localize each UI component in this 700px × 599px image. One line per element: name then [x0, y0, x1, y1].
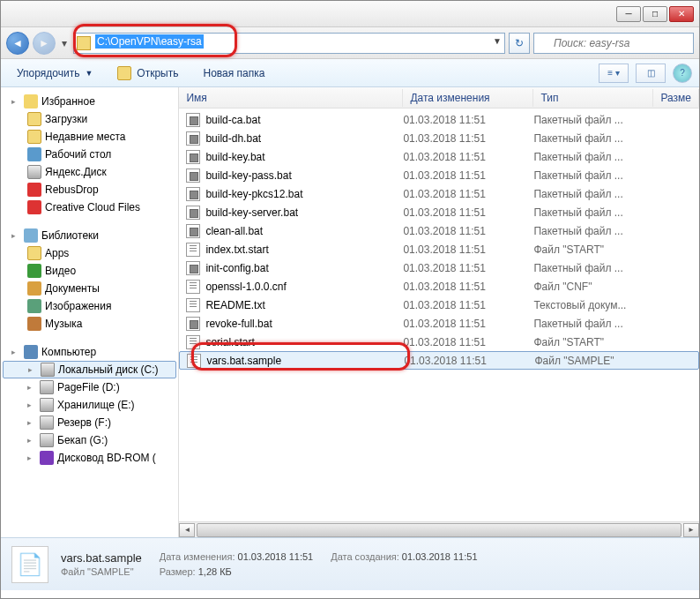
desktop-icon — [27, 147, 41, 161]
bdrom-icon — [40, 451, 54, 465]
sidebar-recent[interactable]: Недавние места — [3, 128, 176, 146]
folder-icon — [27, 130, 41, 144]
maximize-button[interactable]: □ — [643, 6, 667, 22]
file-type: Пакетный файл ... — [533, 114, 653, 126]
navigation-pane[interactable]: ▸Избранное Загрузки Недавние места Рабоч… — [1, 87, 179, 537]
folder-icon — [77, 36, 91, 50]
sidebar-bekap[interactable]: ▸Бекап (G:) — [3, 431, 176, 449]
file-row[interactable]: revoke-full.bat01.03.2018 11:51Пакетный … — [179, 314, 699, 333]
sidebar-local-c[interactable]: ▸Локальный диск (C:) — [3, 361, 176, 378]
file-name: build-key-pkcs12.bat — [205, 188, 302, 200]
forward-button[interactable]: ► — [33, 32, 56, 55]
file-type: Файл "START" — [533, 336, 653, 348]
file-type: Пакетный файл ... — [533, 225, 653, 237]
file-type: Пакетный файл ... — [533, 132, 653, 145]
sidebar-favorites[interactable]: ▸Избранное — [3, 93, 176, 110]
sidebar-downloads[interactable]: Загрузки — [3, 110, 176, 128]
file-row[interactable]: serial.start01.03.2018 11:51Файл "START" — [179, 333, 699, 351]
column-type[interactable]: Тип — [533, 89, 653, 107]
file-type: Текстовый докум... — [533, 299, 653, 311]
sidebar-libraries[interactable]: ▸Библиотеки — [3, 227, 176, 244]
column-name[interactable]: Имя — [179, 89, 403, 107]
sidebar-rebus[interactable]: RebusDrop — [3, 181, 176, 198]
file-icon — [186, 243, 200, 257]
sidebar-computer[interactable]: ▸Компьютер — [3, 343, 176, 361]
refresh-button[interactable]: ↻ — [509, 33, 530, 54]
new-folder-button[interactable]: Новая папка — [194, 64, 273, 82]
file-list[interactable]: build-ca.bat01.03.2018 11:51Пакетный фай… — [179, 109, 699, 521]
sidebar-yandex[interactable]: Яндекс.Диск — [3, 163, 176, 181]
open-icon — [117, 66, 131, 80]
close-button[interactable]: ✕ — [669, 6, 694, 22]
file-date: 01.03.2018 11:51 — [403, 132, 533, 145]
status-bar: 📄 vars.bat.sample Дата изменения: 01.03.… — [1, 537, 699, 590]
sidebar-creative[interactable]: Creative Cloud Files — [3, 198, 176, 216]
file-list-area: Имя Дата изменения Тип Разме build-ca.ba… — [179, 87, 699, 537]
file-type: Файл "CNF" — [533, 281, 653, 293]
file-row[interactable]: index.txt.start01.03.2018 11:51Файл "STA… — [179, 240, 699, 258]
computer-icon — [24, 345, 38, 359]
video-icon — [27, 264, 41, 278]
sidebar-documents[interactable]: Документы — [3, 280, 176, 297]
scroll-thumb[interactable] — [197, 523, 681, 537]
sidebar-pagefile[interactable]: ▸PageFile (D:) — [3, 378, 176, 396]
sidebar-video[interactable]: Видео — [3, 262, 176, 280]
file-icon — [186, 206, 200, 220]
address-bar[interactable]: C:\OpenVPN\easy-rsa ▼ — [73, 33, 505, 54]
status-filename: vars.bat.sample — [61, 551, 142, 565]
file-icon — [187, 354, 201, 368]
organize-button[interactable]: Упорядочить▼ — [8, 64, 101, 82]
document-icon — [27, 281, 41, 296]
search-input[interactable] — [533, 33, 694, 54]
back-button[interactable]: ◄ — [6, 32, 29, 55]
file-type: Пакетный файл ... — [533, 206, 653, 219]
file-icon — [186, 131, 200, 146]
folder-icon — [27, 112, 41, 126]
horizontal-scrollbar[interactable]: ◄ ► — [179, 521, 699, 537]
scroll-left-button[interactable]: ◄ — [179, 523, 195, 537]
music-icon — [27, 317, 41, 331]
file-icon — [186, 335, 200, 349]
file-icon — [186, 113, 200, 127]
column-size[interactable]: Разме — [653, 89, 699, 107]
file-row[interactable]: build-ca.bat01.03.2018 11:51Пакетный фай… — [179, 110, 699, 129]
sidebar-desktop[interactable]: Рабочий стол — [3, 146, 176, 163]
file-name: README.txt — [205, 299, 264, 311]
nav-history-dropdown[interactable]: ▾ — [59, 34, 70, 52]
column-date[interactable]: Дата изменения — [403, 89, 533, 107]
sidebar-storage[interactable]: ▸Хранилище (E:) — [3, 396, 176, 414]
address-input[interactable]: C:\OpenVPN\easy-rsa — [73, 33, 505, 54]
file-row[interactable]: README.txt01.03.2018 11:51Текстовый доку… — [179, 296, 699, 314]
file-row[interactable]: openssl-1.0.0.cnf01.03.2018 11:51Файл "C… — [179, 277, 699, 296]
sidebar-reserve[interactable]: ▸Резерв (F:) — [3, 414, 176, 431]
preview-pane-button[interactable]: ◫ — [636, 64, 666, 83]
file-icon — [186, 298, 200, 312]
file-icon — [186, 261, 200, 275]
file-icon — [186, 187, 200, 201]
open-button[interactable]: Открыть — [108, 64, 187, 83]
sidebar-bdrom[interactable]: ▸Дисковод BD-ROM ( — [3, 449, 176, 467]
file-name: openssl-1.0.0.cnf — [205, 281, 286, 293]
sidebar-apps[interactable]: Apps — [3, 244, 176, 262]
view-options-button[interactable]: ≡ ▾ — [599, 64, 629, 83]
minimize-button[interactable]: ─ — [616, 6, 641, 22]
file-row[interactable]: clean-all.bat01.03.2018 11:51Пакетный фа… — [179, 221, 699, 240]
drive-icon — [40, 416, 54, 430]
file-type: Файл "SAMPLE" — [534, 355, 654, 367]
file-icon — [186, 150, 200, 164]
file-row[interactable]: build-key-pkcs12.bat01.03.2018 11:51Паке… — [179, 184, 699, 203]
address-dropdown-icon[interactable]: ▼ — [493, 36, 502, 46]
file-row[interactable]: build-dh.bat01.03.2018 11:51Пакетный фай… — [179, 129, 699, 147]
scroll-right-button[interactable]: ► — [683, 523, 699, 537]
status-filetype: Файл "SAMPLE" — [61, 566, 142, 577]
file-name: revoke-full.bat — [205, 318, 272, 330]
file-row[interactable]: build-key.bat01.03.2018 11:51Пакетный фа… — [179, 147, 699, 166]
file-name: build-key-server.bat — [205, 206, 298, 219]
help-button[interactable]: ? — [673, 64, 692, 83]
file-row[interactable]: init-config.bat01.03.2018 11:51Пакетный … — [179, 258, 699, 277]
sidebar-images[interactable]: Изображения — [3, 297, 176, 315]
file-row[interactable]: build-key-pass.bat01.03.2018 11:51Пакетн… — [179, 166, 699, 184]
file-row[interactable]: build-key-server.bat01.03.2018 11:51Паке… — [179, 203, 699, 221]
file-row[interactable]: vars.bat.sample01.03.2018 11:51Файл "SAM… — [179, 351, 699, 370]
sidebar-music[interactable]: Музыка — [3, 315, 176, 333]
